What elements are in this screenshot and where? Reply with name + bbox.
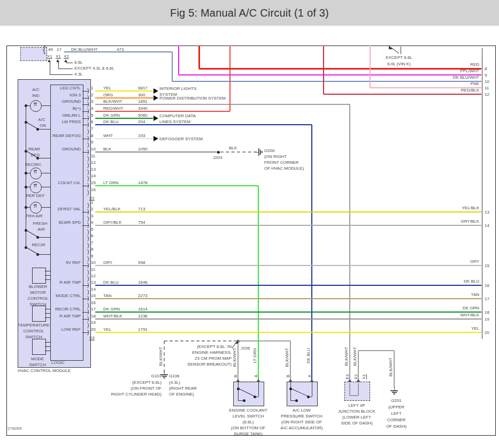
component-label: RER DEF: [26, 193, 44, 198]
wire-yel: [95, 90, 153, 92]
wire-blk-wht-dashed: [164, 340, 237, 341]
wire-circuit: 1478: [138, 180, 148, 185]
junction-block-box: [344, 382, 370, 401]
ground-note: CORNER: [387, 417, 406, 422]
sub-switch-lead: [45, 271, 50, 271]
ground-symbol-g103-g106: [162, 376, 167, 377]
component-label: A/C ACCUMULATOR): [281, 426, 323, 430]
connector-brace: {: [43, 45, 45, 55]
component-label: (ON RIGHT SIDE OF: [281, 420, 322, 424]
component-label: AIR: [37, 227, 44, 232]
wire-lt-grn: [95, 185, 258, 186]
pin-number: 6: [91, 233, 93, 238]
led-lead: [26, 173, 30, 173]
pin-letter: B: [233, 375, 238, 377]
wire-name: RED/WHT: [103, 106, 123, 111]
edge-wire-name: DK GRN: [463, 306, 479, 310]
pin-number: 4: [91, 106, 93, 111]
pin-number: 14: [91, 287, 96, 292]
sub-switch-lead: [45, 313, 50, 314]
system-label: DEFOGGER SYSTEM: [159, 136, 203, 141]
wire-gry-blk: [95, 225, 481, 226]
edge-pin-number: 19: [485, 317, 489, 322]
splice-note: ENGINE HARNESS,: [192, 350, 232, 355]
callout-line: [401, 47, 401, 54]
sub-switch-lead: [45, 309, 50, 309]
connector-arc-icon: ): [87, 189, 89, 195]
callout-arrowhead-icon: [235, 340, 238, 344]
wire-circuit: 1236: [138, 314, 148, 318]
connector-arc-icon: ): [87, 235, 89, 241]
sub-switch-label: SWITCH: [29, 362, 46, 367]
wire-name: WHT: [103, 133, 113, 138]
connector-arc-icon: ): [87, 229, 89, 235]
wire-red-blk: [324, 94, 481, 95]
junction-bus: [349, 383, 350, 396]
x-tag: X1: [47, 54, 52, 59]
system-arrow-icon: [153, 136, 158, 141]
ground-name: G103: [151, 374, 162, 378]
signal-label: R AIR TMP: [59, 314, 81, 318]
connector-arc-icon: ): [87, 288, 89, 295]
signal-label: RECIR CTRL: [55, 307, 81, 312]
led-lead: [26, 187, 30, 187]
wire-circuit: 1851: [138, 99, 148, 104]
edge-pin-number: 15: [485, 263, 489, 268]
pin-letter: A: [254, 375, 258, 377]
wire-yel: [95, 332, 481, 333]
signal-label: DFRST VAL: [58, 207, 81, 211]
wire-blk-wht: [238, 340, 290, 341]
pin-number: 9: [91, 140, 93, 145]
junction-dot: [295, 399, 298, 402]
pin-number: 16: [91, 300, 96, 305]
wire-circuit: 598: [138, 260, 145, 265]
wire-name: BLK: [229, 146, 237, 150]
led-lead: [42, 173, 50, 173]
ground-note: RIGHT CYLINDER HEAD): [111, 392, 162, 397]
component-label: FRESH: [33, 221, 47, 226]
right-connector-bracket: [482, 48, 482, 339]
wire-blk-wht: [394, 351, 395, 388]
wire-name: BLK/WHT: [285, 348, 289, 367]
variant-note: 6.6L: [74, 60, 83, 65]
wire-blk-wht: [349, 104, 350, 382]
junction-dot: [217, 151, 220, 154]
sub-switch-lead: [45, 351, 50, 351]
edge-wire-name: TAN: [471, 292, 479, 297]
callout-line: [66, 63, 73, 63]
led-arrows-icon: ⇈: [33, 169, 37, 174]
x-tag: X2: [64, 54, 69, 59]
pin-number: 7: [91, 240, 93, 245]
ground-symbol-g103-g106: [163, 377, 165, 378]
wire-red-wht: [229, 45, 231, 111]
connector-arc-icon: ): [87, 141, 89, 148]
wire-ppl-wht: [178, 45, 179, 75]
led-arrows-icon: ⇈: [33, 203, 37, 209]
wire-name: BLK/WHT: [232, 348, 237, 367]
sub-switch-lead: [45, 275, 50, 276]
ground-symbol-g201: [390, 390, 398, 391]
ground-note: (RIGHT REAR: [169, 386, 197, 391]
pigtail-pin: 17: [57, 47, 62, 52]
wire-tan: [95, 298, 481, 299]
engine-variant-note: EXCEPT 6.6L: [386, 55, 412, 60]
sub-switch-label: MODE: [31, 356, 44, 361]
ac-low-pressure-switch-contact: [290, 390, 291, 400]
wire-name: DK BLU: [306, 348, 311, 363]
wire-name: LT GRN: [103, 180, 119, 185]
wire-red: [199, 68, 481, 70]
component-label: LEVEL SWITCH: [233, 414, 264, 419]
wire-name: LT GRN: [252, 348, 257, 363]
component-label: PRESSURE SWITCH: [281, 414, 323, 419]
pin-number: 15: [91, 293, 96, 298]
ac-low-pressure-switch-contact: [290, 400, 295, 401]
system-label: LINES SYSTEM: [159, 119, 190, 124]
signal-stub: [82, 125, 89, 125]
variant-note: EXCEPT 4.3L & 6.6L: [74, 66, 114, 71]
signal-stub: [82, 91, 89, 92]
pin-number: 1: [91, 200, 93, 205]
system-arrow-icon: [153, 95, 158, 101]
signal-label: 5V REF: [66, 260, 81, 265]
component-label: RECIRC: [25, 162, 42, 167]
component-label: ON: [40, 123, 46, 128]
